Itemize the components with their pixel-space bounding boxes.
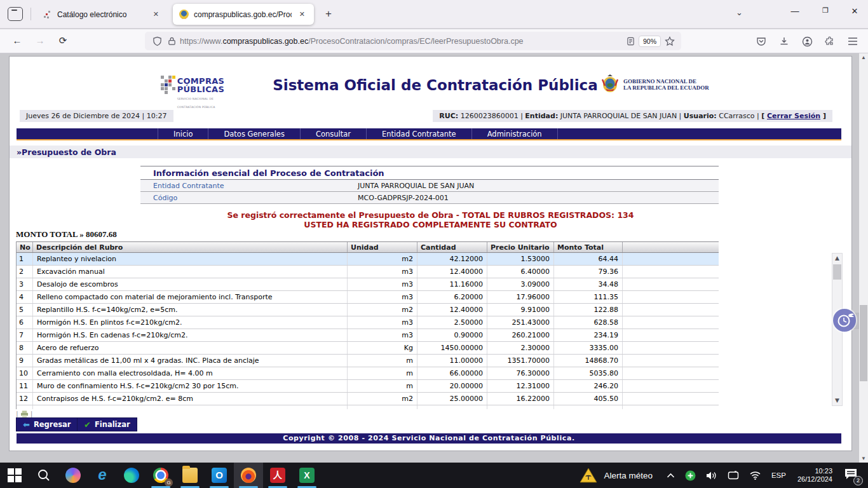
page-title: Sistema Oficial de Contratación Pública	[238, 77, 632, 93]
reader-mode-icon[interactable]	[627, 37, 635, 46]
window-minimize-button[interactable]: —	[785, 6, 804, 16]
weather-alert-icon	[579, 467, 598, 484]
info-value: JUNTA PARROQUIAL DE SAN JUAN	[358, 180, 474, 191]
taskbar-edge[interactable]	[117, 463, 146, 488]
taskbar-copilot[interactable]	[58, 463, 88, 488]
windows-taskbar: e G O 人 X Alerta méteo ESP 10:23 26/12/2…	[0, 463, 868, 488]
table-row[interactable]: 10Cerramiento con malla electrosoldada, …	[17, 367, 719, 380]
url-bar[interactable]: https://www.compraspublicas.gob.ec/Proce…	[145, 32, 681, 50]
col-header-monto-total: Monto Total	[554, 242, 623, 252]
cell-cant: 6.20000	[417, 291, 487, 303]
zoom-level-indicator[interactable]: 90%	[639, 36, 661, 47]
taskbar-file-explorer[interactable]	[175, 463, 205, 488]
page-scroll-up-icon[interactable]: ▲	[859, 55, 868, 60]
antivirus-tray-icon[interactable]	[680, 470, 701, 481]
table-row[interactable]: 5Replantillo H.S. f-c=140kg/cm2, e=5cm.m…	[17, 304, 719, 316]
cell-cant: 20.00000	[417, 380, 487, 392]
tab-title: compraspublicas.gob.ec/Proce	[194, 10, 292, 19]
tab-compraspublicas-active[interactable]: compraspublicas.gob.ec/Proce ✕	[173, 4, 314, 25]
table-row[interactable]: 7Hormigón H.S. En cadenas f-c=210kg/cm2.…	[17, 329, 719, 342]
menu-item-entidad-contratante[interactable]: Entidad Contratante	[367, 128, 472, 139]
table-row[interactable]: 3Desalojo de escombrosm311.160003.090003…	[17, 278, 719, 291]
taskbar-acrobat[interactable]: 人	[263, 463, 292, 488]
table-scroll-thumb[interactable]	[833, 264, 841, 280]
taskbar-chrome[interactable]: G	[146, 463, 175, 488]
taskbar-clock[interactable]: 10:23 26/12/2024	[791, 467, 839, 484]
cell-desc: Replanteo y nivelacion	[33, 253, 348, 265]
finalizar-button[interactable]: ✔ Finalizar	[77, 417, 137, 431]
taskbar-excel[interactable]: X	[292, 463, 322, 488]
pocket-icon[interactable]	[754, 34, 769, 48]
back-button[interactable]: ←	[10, 35, 24, 48]
cell-no: 3	[17, 278, 33, 290]
table-row[interactable]: 6Hormigón H.S. En plintos f-c=210kg/cm2.…	[17, 316, 719, 329]
firefox-view-icon[interactable]	[8, 7, 23, 21]
weather-widget[interactable]: Alerta méteo	[570, 467, 661, 484]
cell-extra	[623, 329, 719, 341]
window-restore-button[interactable]: ❐	[816, 6, 835, 15]
account-icon[interactable]	[799, 34, 815, 48]
cell-cant: 12.40000	[417, 266, 487, 278]
extensions-icon[interactable]	[822, 34, 837, 48]
cell-monto: 122.88	[554, 304, 623, 316]
excel-icon: X	[299, 468, 315, 483]
menu-item-datos-generales[interactable]: Datos Generales	[208, 128, 300, 139]
volume-icon[interactable]	[701, 471, 722, 480]
tab2-favicon	[179, 10, 189, 19]
table-scroll-down-icon[interactable]: ▼	[832, 396, 842, 405]
table-row[interactable]: 2Excavación manualm312.400006.4000079.36	[17, 266, 719, 278]
notification-badge: 2	[853, 476, 863, 485]
table-scroll-up-icon[interactable]: ▲	[832, 254, 842, 263]
cell-extra	[623, 266, 719, 278]
taskbar-outlook[interactable]: O	[205, 463, 234, 488]
new-tab-button[interactable]: +	[322, 8, 336, 20]
page-scrollbar[interactable]: ▲ ▼	[859, 53, 868, 463]
menu-item-consultar[interactable]: Consultar	[301, 128, 367, 139]
table-row[interactable]: 11Muro de confinamiento H.S. f-c=210kg/c…	[17, 380, 719, 393]
display-cast-icon[interactable]	[722, 471, 744, 480]
tray-chevron-icon[interactable]	[661, 473, 680, 478]
menu-item-administración[interactable]: Administración	[472, 128, 558, 139]
cell-cant: 25.00000	[417, 393, 487, 405]
regresar-label: Regresar	[34, 420, 71, 429]
table-body: 1Replanteo y nivelacionm242.120001.53000…	[17, 253, 719, 405]
page-scroll-down-icon[interactable]: ▼	[859, 456, 868, 461]
logo-line2: PÚBLICAS	[177, 85, 237, 93]
notification-center-button[interactable]: 2	[839, 468, 868, 483]
bookmark-star-icon[interactable]	[665, 36, 675, 46]
wifi-icon[interactable]	[744, 471, 766, 480]
cell-no: 5	[17, 304, 33, 316]
logout-link[interactable]: Cerrar Sesión	[767, 112, 820, 120]
table-row[interactable]: 1Replanteo y nivelacionm242.120001.53000…	[17, 253, 719, 266]
menu-hamburger-icon[interactable]	[845, 34, 860, 48]
cell-no: 1	[17, 253, 33, 265]
downloads-icon[interactable]	[776, 34, 792, 48]
table-row[interactable]: 8Acero de refuerzoKg1450.000002.30000333…	[17, 342, 719, 355]
window-close-button[interactable]: ✕	[845, 6, 864, 16]
tracking-shield-icon[interactable]	[153, 36, 162, 46]
table-row[interactable]: 9Gradas metálicas de 11,00 ml x 4 gradas…	[17, 355, 719, 367]
reload-button[interactable]: ⟳	[56, 35, 70, 48]
menu-item-inicio[interactable]: Inicio	[158, 128, 208, 139]
start-button[interactable]	[0, 463, 29, 488]
floating-clock-widget[interactable]	[833, 309, 857, 333]
tab-list-chevron-icon[interactable]: ⌄	[736, 8, 743, 17]
table-row[interactable]: 12Contrapisos de H.S. f-c=210kg/cm2. e= …	[17, 393, 719, 405]
cell-extra	[623, 367, 719, 379]
cell-unidad: m3	[348, 329, 417, 341]
cell-precio: 9.91000	[487, 304, 554, 316]
taskbar-search-button[interactable]	[29, 463, 58, 488]
compras-publicas-logo-icon	[161, 76, 174, 100]
language-indicator[interactable]: ESP	[766, 471, 791, 479]
print-icon[interactable]	[20, 410, 29, 418]
tab1-close-icon[interactable]: ✕	[151, 9, 161, 20]
tab-catalogo-electronico[interactable]: Catálogo electrónico ✕	[37, 4, 168, 25]
forward-button[interactable]: →	[33, 35, 47, 48]
table-row[interactable]: 4Relleno compactado con material de mejo…	[17, 291, 719, 304]
taskbar-firefox-active[interactable]	[234, 463, 263, 488]
lock-icon[interactable]	[168, 36, 176, 46]
tab2-close-icon[interactable]: ✕	[297, 9, 308, 20]
regresar-button[interactable]: ⬅ Regresar	[16, 417, 78, 431]
taskbar-internet-explorer[interactable]: e	[88, 463, 117, 488]
page-scroll-thumb[interactable]	[860, 305, 867, 381]
